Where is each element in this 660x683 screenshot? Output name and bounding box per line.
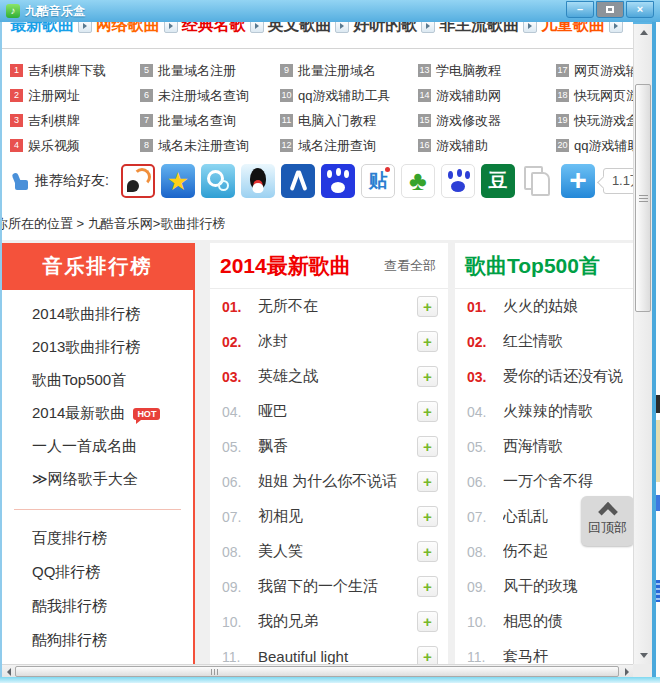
add-song-button[interactable]: + bbox=[417, 296, 438, 317]
quick-link-item[interactable]: 15 游戏修改器 bbox=[418, 108, 556, 133]
more-share-icon[interactable] bbox=[561, 164, 595, 198]
sidebar-item[interactable]: 歌曲Top500首 HOT bbox=[32, 364, 193, 397]
sidebar-item[interactable]: 一人一首成名曲 HOT bbox=[32, 430, 193, 463]
vertical-scrollbar[interactable] bbox=[633, 24, 652, 664]
song-title-link[interactable]: 红尘情歌 bbox=[503, 332, 623, 351]
song-title-link[interactable]: 火辣辣的情歌 bbox=[503, 402, 623, 421]
quick-link-item[interactable]: 17 网页游戏辅助 bbox=[556, 58, 633, 83]
quick-link-item[interactable]: 7 批量域名查询 bbox=[140, 108, 280, 133]
rank-badge: 20 bbox=[556, 139, 569, 152]
quick-link-item[interactable]: 9 批量注册域名 bbox=[280, 58, 418, 83]
sidebar-item[interactable]: QQ排行榜 bbox=[32, 555, 193, 589]
category-tab[interactable]: 儿童歌曲 bbox=[541, 22, 623, 36]
quick-link-item[interactable]: 18 快玩网页游戏 bbox=[556, 83, 633, 108]
category-tab[interactable]: 英文歌曲 bbox=[267, 22, 349, 36]
scroll-up-button[interactable] bbox=[634, 24, 653, 41]
scroll-down-button[interactable] bbox=[634, 647, 653, 664]
song-title-link[interactable]: 英雄之战 bbox=[258, 367, 417, 386]
sidebar-item[interactable]: 酷狗排行榜 bbox=[32, 623, 193, 657]
maximize-button[interactable] bbox=[596, 1, 624, 18]
minimize-button[interactable]: – bbox=[566, 1, 594, 18]
sidebar-item[interactable]: ≫网络歌手大全 HOT bbox=[32, 463, 193, 496]
add-song-button[interactable]: + bbox=[417, 401, 438, 422]
add-song-button[interactable]: + bbox=[417, 366, 438, 387]
song-title-link[interactable]: 西海情歌 bbox=[503, 437, 623, 456]
song-title-link[interactable]: 姐姐 为什么你不说话 bbox=[258, 472, 417, 491]
horizontal-scrollbar[interactable] bbox=[2, 664, 633, 677]
add-song-button[interactable]: + bbox=[417, 576, 438, 597]
quick-link-item[interactable]: 20 qq游戏辅助 bbox=[556, 133, 633, 155]
sidebar-item[interactable]: 2014最新歌曲 HOT bbox=[32, 397, 193, 430]
qzone-icon[interactable] bbox=[161, 164, 195, 198]
quick-link-item[interactable]: 2 注册网址 bbox=[10, 83, 140, 108]
tieba-icon[interactable] bbox=[361, 164, 395, 198]
song-title-link[interactable]: 爱你的话还没有说出口 bbox=[503, 367, 623, 386]
category-tab[interactable]: 经典名歌 bbox=[182, 22, 264, 36]
add-song-button[interactable]: + bbox=[417, 611, 438, 632]
quick-link-item[interactable]: 14 游戏辅助网 bbox=[418, 83, 556, 108]
song-title-link[interactable]: 火火的姑娘 bbox=[503, 297, 623, 316]
category-tab[interactable]: 好听的歌 bbox=[353, 22, 435, 36]
baidu-space-icon[interactable] bbox=[441, 164, 475, 198]
tencent-weibo-icon[interactable] bbox=[201, 164, 235, 198]
category-tab[interactable]: 网络歌曲 bbox=[96, 22, 178, 36]
sidebar-item[interactable]: 2014歌曲排行榜 HOT bbox=[32, 298, 193, 331]
song-title-link[interactable]: Beautiful light bbox=[258, 648, 417, 664]
close-button[interactable]: × bbox=[626, 1, 654, 18]
song-title-link[interactable]: 一万个舍不得 bbox=[503, 472, 623, 491]
add-song-button[interactable]: + bbox=[417, 646, 438, 664]
add-song-button[interactable]: + bbox=[417, 541, 438, 562]
sidebar-item[interactable]: 百度排行榜 bbox=[32, 521, 193, 555]
quick-link-item[interactable]: 12 域名注册查询 bbox=[280, 133, 418, 155]
tab-dropdown-button[interactable] bbox=[609, 22, 623, 33]
sidebar-item[interactable]: 酷我排行榜 bbox=[32, 589, 193, 623]
back-to-top-button[interactable]: 回顶部 bbox=[581, 496, 633, 546]
quick-link-item[interactable]: 13 学电脑教程 bbox=[418, 58, 556, 83]
add-song-button[interactable]: + bbox=[417, 436, 438, 457]
tab-dropdown-button[interactable] bbox=[523, 22, 537, 33]
song-title-link[interactable]: 我留下的一个生活 bbox=[258, 577, 417, 596]
quick-link-item[interactable]: 11 电脑入门教程 bbox=[280, 108, 418, 133]
song-title-link[interactable]: 我的兄弟 bbox=[258, 612, 417, 631]
tab-dropdown-button[interactable] bbox=[78, 22, 92, 33]
song-title-link[interactable]: 飘香 bbox=[258, 437, 417, 456]
breadcrumb-text[interactable]: 你所在的位置 > 九酷音乐网>歌曲排行榜 bbox=[2, 215, 225, 233]
renren-icon[interactable] bbox=[281, 164, 315, 198]
song-title-link[interactable]: 风干的玫瑰 bbox=[503, 577, 623, 596]
quick-link-item[interactable]: 16 游戏辅助 bbox=[418, 133, 556, 155]
tab-dropdown-button[interactable] bbox=[164, 22, 178, 33]
quick-link-item[interactable]: 6 未注册域名查询 bbox=[140, 83, 280, 108]
quick-link-item[interactable]: 10 qq游戏辅助工具 bbox=[280, 83, 418, 108]
quick-link-item[interactable]: 8 域名未注册查询 bbox=[140, 133, 280, 155]
quick-link-item[interactable]: 19 快玩游戏盒 bbox=[556, 108, 633, 133]
tab-dropdown-button[interactable] bbox=[335, 22, 349, 33]
tab-dropdown-button[interactable] bbox=[421, 22, 435, 33]
douban-icon[interactable] bbox=[481, 164, 515, 198]
song-title-link[interactable]: 相思的债 bbox=[503, 612, 623, 631]
vertical-scroll-thumb[interactable] bbox=[635, 84, 651, 312]
add-song-button[interactable]: + bbox=[417, 331, 438, 352]
qq-icon[interactable] bbox=[241, 164, 275, 198]
view-all-link[interactable]: 查看全部 bbox=[384, 257, 436, 275]
add-song-button[interactable]: + bbox=[417, 506, 438, 527]
copy-icon[interactable] bbox=[521, 164, 555, 198]
song-title-link[interactable]: 冰封 bbox=[258, 332, 417, 351]
clover-icon[interactable] bbox=[401, 164, 435, 198]
song-title-link[interactable]: 初相见 bbox=[258, 507, 417, 526]
category-tab[interactable]: 最新歌曲 bbox=[10, 22, 92, 36]
song-title-link[interactable]: 无所不在 bbox=[258, 297, 417, 316]
add-song-button[interactable]: + bbox=[417, 471, 438, 492]
song-title-link[interactable]: 套马杆 bbox=[503, 647, 623, 664]
song-title-link[interactable]: 美人笑 bbox=[258, 542, 417, 561]
quick-link-item[interactable]: 5 批量域名注册 bbox=[140, 58, 280, 83]
quick-link-item[interactable]: 1 吉利棋牌下载 bbox=[10, 58, 140, 83]
tab-dropdown-button[interactable] bbox=[250, 22, 264, 33]
quick-link-item[interactable]: 3 吉利棋牌 bbox=[10, 108, 140, 133]
sidebar-item[interactable]: 2013歌曲排行榜 HOT bbox=[32, 331, 193, 364]
category-tab[interactable]: 非主流歌曲 bbox=[439, 22, 537, 36]
baidu-icon[interactable] bbox=[321, 164, 355, 198]
quick-link-item[interactable]: 4 娱乐视频 bbox=[10, 133, 140, 155]
horizontal-scroll-thumb[interactable] bbox=[15, 666, 619, 677]
song-title-link[interactable]: 哑巴 bbox=[258, 402, 417, 421]
sina-weibo-icon[interactable] bbox=[121, 164, 155, 198]
